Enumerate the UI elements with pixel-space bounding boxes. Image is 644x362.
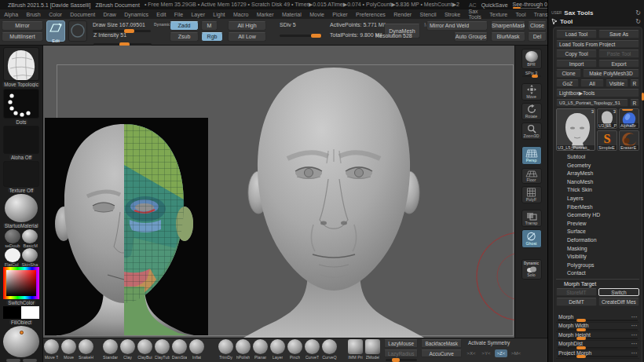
zadd-button[interactable]: Zadd bbox=[170, 21, 199, 31]
m-button[interactable]: M bbox=[201, 21, 218, 31]
user-panel-header[interactable]: USER Sax Tools ↻ bbox=[548, 8, 644, 17]
tool-section-header[interactable]: Deformation bbox=[556, 236, 639, 245]
floor-toggle[interactable]: Floor bbox=[521, 168, 542, 184]
tray-slider[interactable] bbox=[23, 359, 37, 362]
tool-section-header[interactable]: Subtool bbox=[556, 153, 639, 162]
multiinsert-button[interactable]: MultiInsert bbox=[2, 32, 43, 42]
scroll-move-button[interactable]: Move bbox=[521, 83, 542, 101]
tool-section-header[interactable]: Layers bbox=[556, 195, 639, 203]
menu-item[interactable]: Stencil bbox=[415, 12, 440, 17]
lazy-radius-slider[interactable]: LazyRadius bbox=[384, 349, 418, 358]
menu-item[interactable]: Alpha bbox=[0, 12, 22, 17]
symmetry-axis-button[interactable]: >Z< bbox=[495, 349, 507, 358]
rgb-button[interactable]: Rgb bbox=[201, 32, 223, 42]
goz-visible-button[interactable]: Visible bbox=[606, 79, 628, 88]
all-high-button[interactable]: All High bbox=[228, 21, 266, 31]
tool-section-header[interactable]: Surface bbox=[556, 228, 639, 236]
refresh-icon[interactable]: ↻ bbox=[635, 9, 641, 16]
menu-item[interactable]: Light bbox=[209, 12, 229, 17]
switch-color-button[interactable]: SwitchColor bbox=[6, 300, 36, 305]
stroke-thumb[interactable] bbox=[3, 89, 39, 119]
menu-item[interactable]: Movie bbox=[306, 12, 328, 17]
symmetry-axis-button[interactable]: >X< bbox=[465, 349, 478, 358]
gyro-button[interactable] bbox=[68, 20, 87, 42]
see-through-slider[interactable]: See-through 0 bbox=[513, 2, 547, 9]
brush-button[interactable]: Pinch bbox=[287, 339, 303, 360]
tool-thumb-simple[interactable]: S SimpleE bbox=[597, 130, 617, 151]
solo-toggle[interactable]: Dynamic Solo bbox=[521, 259, 542, 280]
brush-button[interactable]: DamSta bbox=[171, 339, 188, 360]
del-mt-button[interactable]: DelMT bbox=[556, 298, 597, 306]
del-hidden-button[interactable]: Del Hidd bbox=[528, 32, 547, 42]
export-button[interactable]: Export bbox=[598, 60, 639, 68]
bpr-render-button[interactable]: BPR bbox=[521, 49, 542, 69]
sharpen-mask-button[interactable]: SharpenMask bbox=[491, 21, 525, 31]
brush-button[interactable]: Move bbox=[60, 339, 77, 360]
menu-item[interactable]: Material bbox=[278, 12, 306, 17]
light-position-dot[interactable] bbox=[20, 331, 24, 335]
activate-symmetry-button[interactable]: Activate Symmetry bbox=[465, 339, 522, 348]
copy-tool-button[interactable]: Copy Tool bbox=[556, 49, 597, 58]
menu-item[interactable]: Brush bbox=[22, 12, 45, 17]
brush-button[interactable]: CurveT bbox=[304, 339, 320, 360]
lightbox-tools-button[interactable]: Lightbox▶Tools bbox=[556, 89, 639, 97]
edit-button[interactable]: Edit bbox=[46, 20, 65, 42]
color-picker[interactable] bbox=[3, 267, 39, 298]
menu-item[interactable]: File bbox=[170, 12, 188, 17]
morph-slider[interactable]: Morph Height ▪▪▪ bbox=[556, 332, 639, 342]
backface-mask-button[interactable]: BackfaceMask bbox=[421, 339, 462, 348]
z-intensity-slider[interactable]: Z Intensity 51 bbox=[93, 32, 126, 38]
brush-button[interactable]: Inflat bbox=[188, 339, 205, 360]
mirror-and-weld-button[interactable]: Mirror And Weld bbox=[426, 21, 488, 31]
quicksave-button[interactable]: QuickSave bbox=[481, 2, 508, 8]
current-tool-name[interactable]: U3_L5_Portrait_Topology_51 bbox=[556, 99, 628, 108]
main-color-swatch[interactable] bbox=[3, 306, 21, 319]
resolution-slider[interactable]: Resolution 528 bbox=[375, 33, 412, 38]
tool-section-header[interactable]: FiberMesh bbox=[556, 203, 639, 212]
sdiv-slider[interactable]: SDiv 5 bbox=[280, 22, 296, 27]
tool-section-header[interactable]: Contact bbox=[556, 269, 639, 278]
goz-button[interactable]: GoZ bbox=[556, 79, 579, 88]
brush-button[interactable]: ClayBui bbox=[137, 339, 153, 360]
morph-target-header[interactable]: Morph Target bbox=[556, 280, 639, 288]
brush-button[interactable]: SnakeH bbox=[78, 339, 94, 360]
tool-section-header[interactable]: NanoMesh bbox=[556, 178, 639, 187]
persp-toggle[interactable]: Persp bbox=[521, 146, 542, 165]
tool-palette-header[interactable]: Tool ↻ bbox=[548, 17, 644, 27]
menu-item[interactable]: Document bbox=[66, 12, 99, 17]
tool-thumb-portrait[interactable]: 3 U3_L5_P bbox=[597, 108, 617, 129]
import-button[interactable]: Import bbox=[556, 60, 597, 68]
clone-button[interactable]: Clone bbox=[556, 69, 581, 78]
polyframe-toggle[interactable]: PolyF bbox=[521, 186, 542, 203]
brush-button[interactable]: IMM Pri bbox=[347, 339, 364, 360]
sculpt-head-main[interactable] bbox=[236, 63, 432, 338]
brush-button[interactable]: TrimDy bbox=[218, 339, 234, 360]
tool-thumb-alpha[interactable]: AlphaBr bbox=[619, 108, 639, 129]
symmetry-axis-button[interactable]: >M< bbox=[510, 349, 522, 358]
texture-thumb[interactable] bbox=[3, 161, 39, 187]
spix-slider[interactable]: SPix 3 bbox=[522, 71, 541, 77]
material-mini-thumb[interactable] bbox=[5, 229, 20, 243]
draw-size-slider[interactable]: Draw Size 167.09501 bbox=[93, 22, 145, 27]
document-canvas[interactable] bbox=[43, 46, 514, 338]
refresh-icon[interactable]: ↻ bbox=[635, 18, 641, 25]
menu-item[interactable]: Edit bbox=[152, 12, 170, 17]
tool-section-header[interactable]: Geometry bbox=[556, 162, 639, 170]
brush-button[interactable]: ZModel bbox=[364, 339, 381, 360]
morph-slider[interactable]: Project Morph ▪▪▪ bbox=[556, 350, 639, 360]
material-mini-thumb[interactable] bbox=[22, 229, 38, 243]
tool-section-header[interactable]: Polygroups bbox=[556, 261, 639, 270]
paste-tool-button[interactable]: Paste Tool bbox=[598, 49, 639, 58]
material-mini-thumb[interactable] bbox=[22, 248, 38, 262]
goz-all-button[interactable]: All bbox=[580, 79, 603, 88]
tool-section-header[interactable]: Visibility bbox=[556, 253, 639, 261]
secondary-color-swatch[interactable] bbox=[21, 306, 39, 319]
menu-item[interactable]: Texture bbox=[485, 12, 511, 17]
menu-item[interactable]: Picker bbox=[328, 12, 352, 17]
reference-plane[interactable] bbox=[45, 118, 208, 335]
make-polymesh3d-button[interactable]: Make PolyMesh3D bbox=[583, 69, 639, 78]
load-tool-button[interactable]: Load Tool bbox=[556, 30, 597, 38]
scroll-zoom3d-button[interactable]: Zoom3D bbox=[521, 122, 542, 140]
light-preview-sphere[interactable] bbox=[3, 326, 39, 357]
menu-item[interactable]: Draw bbox=[99, 12, 120, 17]
